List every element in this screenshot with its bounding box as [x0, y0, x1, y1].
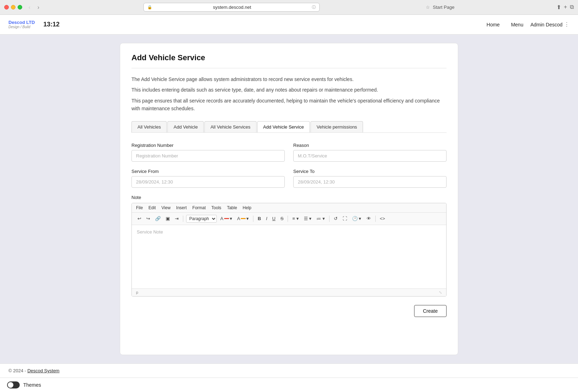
nav-time: 13:12	[43, 21, 60, 28]
toolbar-sep-3	[288, 216, 288, 222]
toolbar-undo[interactable]: ↩	[136, 215, 143, 222]
browser-nav: ‹ ›	[26, 4, 42, 11]
toolbar-font-color[interactable]: A ▾	[219, 215, 234, 222]
nav-menu[interactable]: Menu	[507, 20, 528, 30]
registration-input[interactable]	[131, 150, 285, 162]
menu-help[interactable]: Help	[243, 205, 252, 210]
copy-icon[interactable]: ⧉	[570, 4, 574, 11]
theme-toggle[interactable]	[7, 381, 20, 388]
footer-link[interactable]: Descod System	[27, 368, 60, 373]
menu-insert[interactable]: Insert	[176, 205, 187, 210]
forward-button[interactable]: ›	[35, 4, 41, 11]
brand-name: Descod LTD	[8, 20, 35, 25]
menu-tools[interactable]: Tools	[211, 205, 221, 210]
menu-edit[interactable]: Edit	[148, 205, 156, 210]
tab-all-vehicle-services[interactable]: All Vehicle Services	[204, 121, 256, 132]
toolbar-bullet-list[interactable]: ☰ ▾	[302, 215, 313, 222]
browser-chrome: ‹ › 🔒 system.descod.net ⓘ ☆ Start Page ⬆…	[0, 0, 578, 15]
nav-home[interactable]: Home	[482, 20, 504, 30]
star-icon: ☆	[426, 5, 430, 10]
toolbar-clock[interactable]: 🕐 ▾	[351, 215, 363, 222]
theme-label: Themes	[23, 382, 41, 388]
service-from-input[interactable]	[131, 176, 285, 188]
address-bar[interactable]: 🔒 system.descod.net ⓘ	[143, 3, 320, 12]
service-to-input[interactable]	[293, 176, 447, 188]
url-text: system.descod.net	[155, 5, 309, 10]
toolbar-sep-4	[329, 216, 330, 222]
toolbar-underline[interactable]: U	[271, 215, 277, 222]
toolbar-embed[interactable]: ▣	[164, 215, 171, 222]
share-icon[interactable]: ⬆	[557, 4, 561, 11]
paragraph-select[interactable]: Paragraph	[186, 215, 217, 223]
toolbar-undo2[interactable]: ↺	[332, 215, 339, 222]
tab-all-vehicles[interactable]: All Vehicles	[131, 121, 167, 132]
toolbar-italic[interactable]: I	[265, 215, 269, 222]
toolbar-sep-5	[375, 216, 376, 222]
refresh-icon: ⓘ	[312, 5, 316, 10]
form-group-registration: Registration Number	[131, 143, 285, 162]
form-group-reason: Reason	[293, 143, 447, 162]
nav-admin-label: Admin Descod	[530, 22, 562, 27]
form-group-service-to: Service To	[293, 169, 447, 188]
toolbar-indent[interactable]: ⇥	[173, 215, 180, 222]
tab-add-vehicle-service[interactable]: Add Vehicle Service	[257, 121, 310, 132]
bookmark-bar: ☆ Start Page	[426, 5, 454, 10]
new-tab-icon[interactable]: +	[564, 4, 567, 11]
brand: Descod LTD Design / Build	[8, 20, 35, 29]
nav-admin-dots: ⋮	[564, 21, 570, 28]
toolbar-bold[interactable]: B	[256, 215, 262, 222]
footer-copyright: © 2024 -	[8, 368, 27, 373]
service-from-label: Service From	[131, 169, 285, 174]
menu-table[interactable]: Table	[227, 205, 237, 210]
form-row-1: Registration Number Reason	[131, 143, 447, 162]
form-section: Registration Number Reason Service From …	[131, 143, 447, 317]
toolbar-link[interactable]: 🔗	[154, 215, 162, 222]
toolbar-align[interactable]: ≡ ▾	[291, 215, 300, 222]
reason-label: Reason	[293, 143, 447, 148]
traffic-light-close[interactable]	[4, 5, 9, 10]
editor-placeholder: Service Note	[137, 229, 163, 235]
traffic-light-minimize[interactable]	[11, 5, 16, 10]
tab-vehicle-permissions[interactable]: Vehicle permissions	[310, 121, 363, 132]
page-title: Add Vehicle Service	[131, 53, 447, 62]
form-group-service-from: Service From	[131, 169, 285, 188]
toolbar-strikethrough[interactable]: S	[279, 215, 285, 222]
menu-file[interactable]: File	[136, 205, 143, 210]
app-footer: © 2024 - Descod System	[0, 363, 578, 378]
theme-toggle-knob	[8, 382, 13, 388]
registration-label: Registration Number	[131, 143, 285, 148]
toolbar-highlight[interactable]: A ▾	[236, 215, 251, 222]
editor-tag: p	[136, 290, 138, 294]
browser-actions: ⬆ + ⧉	[557, 4, 574, 11]
page-divider	[131, 68, 447, 68]
main-wrapper: Add Vehicle Service The Add Vehicle Serv…	[0, 35, 578, 363]
toolbar-numbered-list[interactable]: ≔ ▾	[315, 215, 326, 222]
create-button[interactable]: Create	[414, 305, 447, 317]
menu-format[interactable]: Format	[192, 205, 206, 210]
service-to-label: Service To	[293, 169, 447, 174]
resize-handle[interactable]: ⤡	[439, 290, 442, 295]
brand-sub: Design / Build	[8, 25, 35, 29]
reason-input[interactable]	[293, 150, 447, 162]
menu-view[interactable]: View	[161, 205, 171, 210]
tab-add-vehicle[interactable]: Add Vehicle	[167, 121, 204, 132]
content-area: Add Vehicle Service The Add Vehicle Serv…	[120, 43, 458, 355]
editor-body[interactable]: Service Note	[132, 225, 446, 288]
bookmark-label[interactable]: Start Page	[433, 5, 454, 10]
toolbar-sep-1	[183, 216, 183, 222]
tabs-container: All Vehicles Add Vehicle All Vehicle Ser…	[131, 121, 447, 133]
toolbar-redo[interactable]: ↪	[145, 215, 152, 222]
page-description-2: This includes entering details such as s…	[131, 86, 447, 94]
note-label: Note	[131, 195, 447, 200]
app-nav: Descod LTD Design / Build 13:12 Home Men…	[0, 15, 578, 35]
back-button[interactable]: ‹	[26, 4, 32, 11]
traffic-light-maximize[interactable]	[18, 5, 22, 10]
nav-admin[interactable]: Admin Descod ⋮	[530, 21, 570, 28]
editor-status-bar: p ⤡	[132, 288, 446, 296]
editor-container: File Edit View Insert Format Tools Table…	[131, 203, 447, 297]
toolbar-code[interactable]: <>	[379, 215, 387, 222]
toolbar-fullscreen[interactable]: ⛶	[341, 215, 349, 222]
editor-toolbar: ↩ ↪ 🔗 ▣ ⇥ Paragraph A ▾	[132, 213, 446, 225]
toolbar-preview[interactable]: 👁	[365, 215, 373, 222]
toolbar-sep-2	[253, 216, 253, 222]
